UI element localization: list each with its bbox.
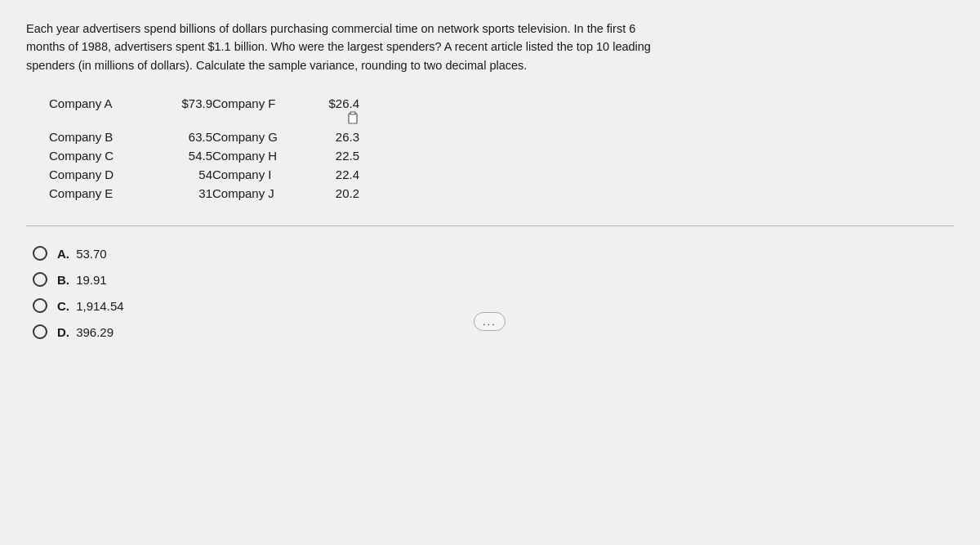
answer-c-label: C. 1,914.54 — [57, 299, 124, 313]
table-row: Company E 31 Company J 20.2 — [49, 184, 359, 203]
answer-b-value: 19.91 — [76, 273, 107, 287]
answer-option-a[interactable]: A. 53.70 — [33, 246, 954, 261]
company-c-label: Company C — [49, 146, 147, 165]
radio-b[interactable] — [33, 272, 47, 287]
table-row: Company A $73.9 Company F $26.4 — [49, 94, 359, 127]
table-row: Company B 63.5 Company G 26.3 — [49, 127, 359, 146]
radio-a[interactable] — [33, 246, 47, 261]
company-f-value: $26.4 — [310, 94, 359, 127]
more-button[interactable]: ... — [474, 312, 506, 331]
data-table: Company A $73.9 Company F $26.4 — [49, 94, 359, 203]
horizontal-divider — [26, 226, 954, 226]
answer-option-c[interactable]: C. 1,914.54 — [33, 298, 954, 313]
answer-a-letter: A. — [57, 247, 69, 261]
answer-a-label: A. 53.70 — [57, 247, 107, 261]
company-b-value: 63.5 — [147, 127, 212, 146]
answer-d-label: D. 396.29 — [57, 325, 114, 339]
page-container: Each year advertisers spend billions of … — [0, 0, 980, 545]
company-a-label: Company A — [49, 94, 147, 127]
company-j-label: Company J — [212, 184, 310, 203]
company-b-label: Company B — [49, 127, 147, 146]
company-d-value: 54 — [147, 165, 212, 184]
company-h-value: 22.5 — [310, 146, 359, 165]
answer-option-b[interactable]: B. 19.91 — [33, 272, 954, 287]
company-e-value: 31 — [147, 184, 212, 203]
svg-rect-0 — [349, 114, 357, 123]
answer-b-letter: B. — [57, 273, 69, 287]
svg-rect-1 — [350, 112, 355, 114]
company-g-label: Company G — [212, 127, 310, 146]
data-table-section: Company A $73.9 Company F $26.4 — [49, 94, 954, 203]
company-j-value: 20.2 — [310, 184, 359, 203]
company-f-label: Company F — [212, 94, 310, 127]
answer-b-label: B. 19.91 — [57, 273, 107, 287]
table-row: Company D 54 Company I 22.4 — [49, 165, 359, 184]
company-i-value: 22.4 — [310, 165, 359, 184]
company-i-label: Company I — [212, 165, 310, 184]
answer-d-value: 396.29 — [76, 325, 114, 339]
answer-c-letter: C. — [57, 299, 69, 313]
clipboard-icon[interactable] — [348, 111, 359, 124]
more-button-container: ... — [474, 312, 506, 331]
company-a-value: $73.9 — [147, 94, 212, 127]
table-row: Company C 54.5 Company H 22.5 — [49, 146, 359, 165]
company-g-value: 26.3 — [310, 127, 359, 146]
question-text: Each year advertisers spend billions of … — [26, 20, 663, 74]
company-c-value: 54.5 — [147, 146, 212, 165]
company-h-label: Company H — [212, 146, 310, 165]
radio-d[interactable] — [33, 324, 47, 339]
company-d-label: Company D — [49, 165, 147, 184]
answer-d-letter: D. — [57, 325, 69, 339]
answer-a-value: 53.70 — [76, 247, 107, 261]
radio-c[interactable] — [33, 298, 47, 313]
company-e-label: Company E — [49, 184, 147, 203]
answer-c-value: 1,914.54 — [76, 299, 123, 313]
